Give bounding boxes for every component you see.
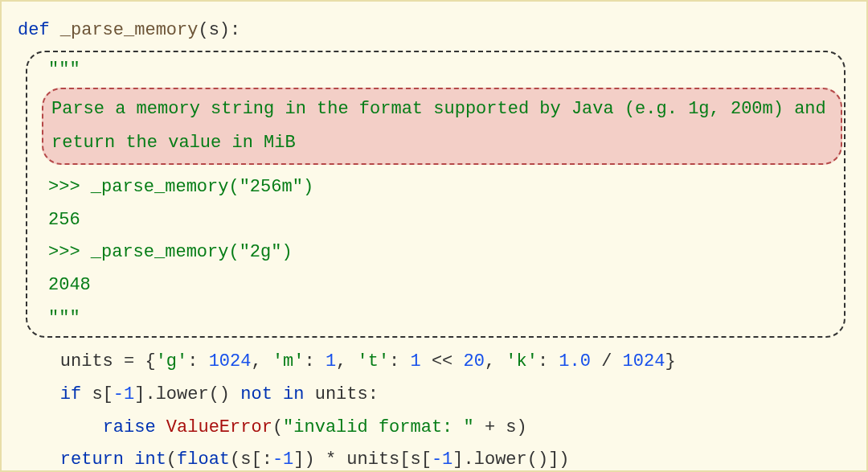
valueerror: ValueError [166,417,272,437]
docstring-open: """ [48,54,842,87]
function-name: _parse_memory [60,20,199,40]
neg1-c: -1 [432,449,452,470]
keyword-return: return [60,449,124,470]
op-mul: * [315,449,347,470]
keyword-def: def [18,20,50,40]
exc-paren-close: ) [517,417,527,437]
op-plus: + [474,417,506,437]
keyword-raise: raise [103,417,156,437]
brace-open: { [145,351,155,371]
builtin-int: int [134,449,166,470]
key-t: 't' [358,351,390,371]
slice-s: s[: [240,449,272,470]
s-idx-1: s[ [92,384,113,404]
neg1-a: -1 [113,384,134,404]
op-shift: << [421,351,464,371]
docstring-close: """ [48,302,842,335]
comma-3: , [485,351,506,371]
invalid-format-str: "invalid format: " [283,417,474,437]
doctest-arg-1: "256m" [240,177,303,197]
builtin-float: float [177,449,230,470]
docstring-text-2: return the value in MiB [51,133,296,153]
key-k: 'k' [506,351,538,371]
units-idx: units[s[ [346,449,432,470]
if-line: if s[-1].lower() not in units: [18,379,850,412]
doctest-result-text-2: 2048 [48,275,91,295]
docstring-summary-line-2: return the value in MiB [51,126,833,160]
val-1: 1 [326,351,336,371]
colon-4: : [538,351,559,371]
def-line: def _parse_memory(s): [18,14,850,47]
colon-if: : [368,384,379,404]
units-assignment-line: units = {'g': 1024, 'm': 1, 't': 1 << 20… [18,346,850,379]
colon-2: : [304,351,325,371]
doctest-paren-close-2: ) [281,242,292,262]
keyword-if: if [60,384,81,404]
val-20: 20 [464,351,485,371]
rb-1: ] [134,384,145,404]
int-paren-open: ( [166,449,177,470]
float-paren-open: ( [230,449,240,470]
brace-close: } [665,351,675,371]
val-1b: 1 [411,351,421,371]
neg1-b: -1 [272,449,293,470]
doctest-paren-open-1: ( [228,177,239,197]
op-eq: = [113,351,145,371]
keyword-not-in: not in [230,384,315,404]
docstring-container: """ Parse a memory string in the format … [26,51,845,339]
docstring-summary-highlight: Parse a memory string in the format supp… [42,88,842,165]
doctest-result-text-1: 256 [48,210,80,230]
colon-3: : [389,351,410,371]
doctest-result-1: 256 [48,204,842,237]
val-1024: 1024 [209,351,252,371]
op-div: / [591,351,623,371]
raise-line: raise ValueError("invalid format: " + s) [18,412,850,445]
doctest-func-1: _parse_memory [91,177,229,197]
docstring-summary-line-1: Parse a memory string in the format supp… [51,92,833,126]
var-units: units [60,351,113,371]
docstring-quotes-close: """ [48,308,80,328]
paren-close: ): [219,20,240,40]
doctest-call-2: >>> _parse_memory("2g") [48,236,842,269]
doctest-prefix-1: >>> [48,177,91,197]
docstring-text-1: Parse a memory string in the format supp… [51,99,826,119]
units-ref-1: units [315,384,368,404]
val-1-0: 1.0 [559,351,591,371]
key-m: 'm' [272,351,305,371]
doctest-func-2: _parse_memory [91,242,229,262]
doctest-call-1: >>> _parse_memory("256m") [48,171,842,204]
doctest-result-2: 2048 [48,269,842,302]
doctest-paren-open-2: ( [228,242,239,262]
val-1024b: 1024 [623,351,665,371]
comma-2: , [336,351,357,371]
slice-close: ]) [293,449,314,470]
key-g: 'g' [156,351,188,371]
param-s-ref: s [506,417,516,437]
return-line: return int(float(s[:-1]) * units[s[-1].l… [18,444,850,472]
comma-1: , [251,351,272,371]
tail-close: ].lower()]) [452,449,569,470]
paren-open: ( [198,20,208,40]
exc-paren-open: ( [272,417,283,437]
dot-lower-1: .lower() [145,384,230,404]
docstring-quotes-open: """ [48,60,80,80]
doctest-paren-close-1: ) [303,177,313,197]
doctest-arg-2: "2g" [240,242,282,262]
param-s: s [209,20,219,40]
colon-1: : [187,351,208,371]
doctest-prefix-2: >>> [48,242,91,262]
